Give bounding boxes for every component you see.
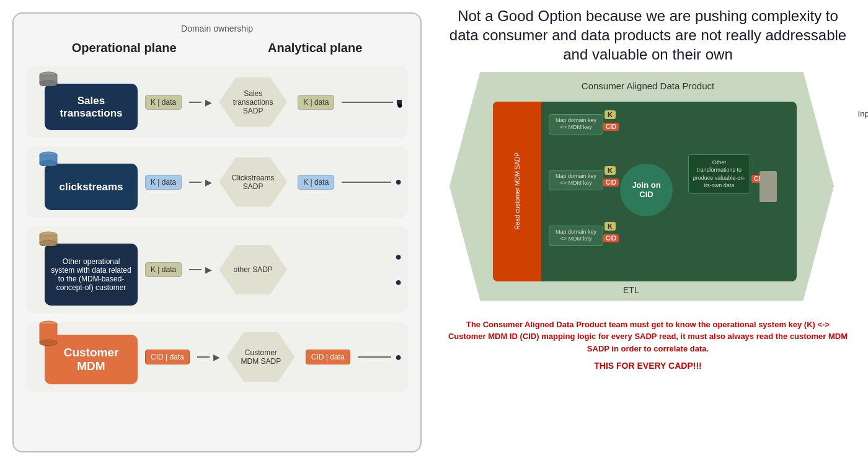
sales-arrow1 [189,102,202,103]
output-data-rect [760,171,777,202]
main-container: Domain ownership Operational plane Analy… [0,0,868,463]
warning-text: The Consumer Aligned Data Product team m… [434,319,862,355]
map-box-3: Map domain key <> MDM key [549,226,603,246]
map-box-2: Map domain key <> MDM key [549,170,603,190]
mdm-badge2: CID | data [306,350,350,364]
mdm-cylinder-icon [37,319,60,349]
svg-point-2 [40,81,57,86]
cadp-area: Consumer Aligned Data Product Read custo… [450,72,846,314]
sales-hex: SalestransactionsSADP [219,77,287,127]
right-panel: Not a Good Option because we are pushing… [434,0,868,463]
cadp-label: Consumer Aligned Data Product [582,81,714,91]
sales-hex-container: SalestransactionsSADP [216,74,290,130]
k-badge-1: K [604,110,616,119]
cid-badge-1: CID [603,123,619,131]
mdm-op-label: CustomerMDM [64,346,119,373]
etl-box: Read customer MDM SADP Map domain key <>… [493,102,797,281]
etl-sidebar-text: Read customer MDM SADP [513,152,522,229]
an-plane-title: Analytical plane [268,41,362,55]
mdm-dot: ● [395,351,402,364]
clickstreams-op-box: clickstreams [45,164,138,210]
sales-row: Salestransactions K | data ▶ Salestransa… [26,66,408,138]
sales-op-box: Salestransactions [45,84,138,130]
warning-caps: THIS FOR EVERY CADP!!! [434,361,862,371]
sales-line [342,102,393,103]
sales-dot: ● [397,100,402,105]
map-box-1: Map domain key <> MDM key [549,114,603,134]
other-op-label: Other operational system with data relat… [50,257,133,292]
mdm-line [358,356,392,358]
clickstreams-cylinder-icon [37,151,60,166]
input-ports-label: Input ports [858,109,868,118]
sales-op-label: Salestransactions [60,95,122,120]
output-cylinder-bottom-icon [865,221,868,240]
other-hex-container: other SADP [216,242,290,298]
mdm-hex-container: CustomerMDM SADP [224,329,298,385]
sales-badge2: K | data [298,95,334,110]
other-row: Other operational system with data relat… [26,226,408,313]
sales-badge1: K | data [145,95,182,110]
other-op-box: Other operational system with data relat… [45,244,138,306]
other-arrow1 [189,269,202,270]
domain-box: Domain ownership Operational plane Analy… [12,12,422,452]
mdm-arrow1 [197,356,210,358]
right-title: Not a Good Option because we are pushing… [434,6,862,64]
svg-point-5 [40,161,57,166]
op-plane-title: Operational plane [72,41,177,55]
output-cylinder-top-icon [865,152,868,172]
etl-label: ETL [623,285,639,295]
clickstreams-op-label: clickstreams [59,181,123,193]
mdm-row: CustomerMDM CID | data ▶ CustomerMDM SAD… [26,322,408,392]
planes-header: Operational plane Analytical plane [26,41,408,55]
k-badge-2: K [604,166,616,175]
clickstreams-hex-container: ClickstreamsSADP [216,154,290,210]
cid-badge-3: CID [603,234,619,242]
left-panel: Domain ownership Operational plane Analy… [0,0,434,463]
other-cylinder-icon [37,231,60,246]
clickstreams-dot: ● [395,175,402,188]
other-dot1: ● [395,250,402,263]
clickstreams-hex: ClickstreamsSADP [219,157,287,207]
etl-sidebar: Read customer MDM SADP [493,102,541,281]
other-badge1: K | data [145,262,182,277]
mdm-hex: CustomerMDM SADP [227,332,295,382]
output-cyl-bottom [865,221,868,243]
join-circle: Join onCID [620,164,673,216]
svg-point-8 [40,240,57,246]
cid-badge-2: CID [603,179,619,187]
clickstreams-badge1: K | data [145,175,182,190]
output-cyl-top [865,152,868,175]
transforms-box: Other transformations to produce valuabl… [688,154,750,194]
svg-point-11 [40,340,57,346]
mdm-badge1: CID | data [145,350,190,364]
sales-cylinder-icon [37,71,60,86]
other-hex: other SADP [219,245,287,294]
warning-section: The Consumer Aligned Data Product team m… [434,319,862,371]
k-badge-3: K [604,222,616,231]
clickstreams-badge2: K | data [298,175,334,190]
clickstreams-row: clickstreams K | data ▶ ClickstreamsSADP… [26,146,408,218]
clickstreams-arrow1 [189,182,202,183]
domain-label: Domain ownership [26,24,408,33]
other-dot2: ● [395,276,402,289]
clickstreams-line [342,182,391,183]
other-dots: ● ● [395,250,402,289]
